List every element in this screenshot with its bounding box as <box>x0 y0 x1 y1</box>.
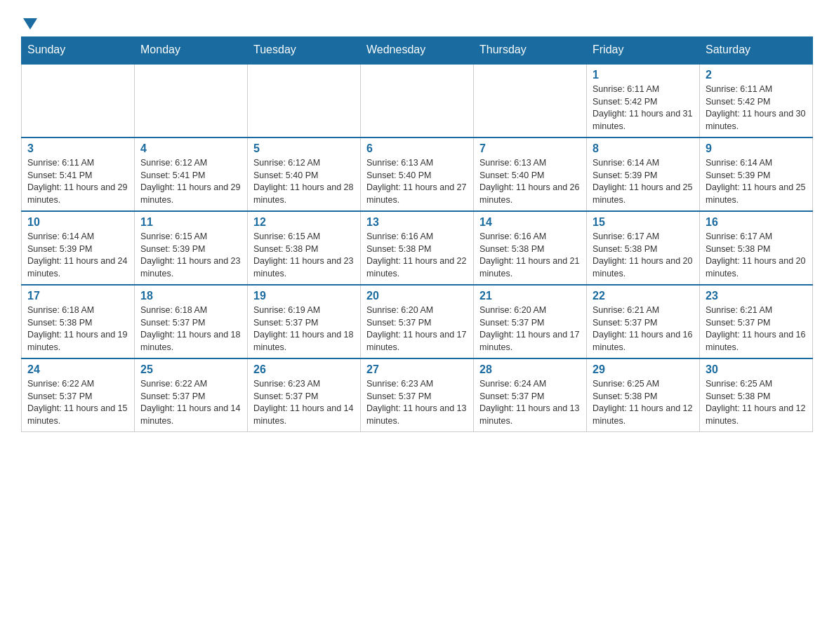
day-number: 18 <box>140 290 241 302</box>
day-number: 28 <box>479 363 581 376</box>
calendar-week-5: 24Sunrise: 6:22 AMSunset: 5:37 PMDayligh… <box>22 358 813 432</box>
day-number: 15 <box>593 216 694 229</box>
calendar-cell: 2Sunrise: 6:11 AMSunset: 5:42 PMDaylight… <box>700 64 813 137</box>
calendar-cell <box>361 64 474 137</box>
day-info: Sunrise: 6:12 AMSunset: 5:41 PMDaylight:… <box>140 157 241 206</box>
calendar-cell: 26Sunrise: 6:23 AMSunset: 5:37 PMDayligh… <box>248 358 361 432</box>
day-number: 24 <box>27 363 128 376</box>
logo-general-text <box>21 14 37 29</box>
calendar-cell: 1Sunrise: 6:11 AMSunset: 5:42 PMDaylight… <box>587 64 700 137</box>
calendar-week-3: 10Sunrise: 6:14 AMSunset: 5:39 PMDayligh… <box>22 211 813 285</box>
day-info: Sunrise: 6:16 AMSunset: 5:38 PMDaylight:… <box>479 231 581 280</box>
calendar-week-1: 1Sunrise: 6:11 AMSunset: 5:42 PMDaylight… <box>22 64 813 137</box>
day-number: 26 <box>253 363 355 376</box>
day-info: Sunrise: 6:11 AMSunset: 5:42 PMDaylight:… <box>593 83 694 133</box>
day-info: Sunrise: 6:18 AMSunset: 5:38 PMDaylight:… <box>27 304 128 354</box>
day-info: Sunrise: 6:13 AMSunset: 5:40 PMDaylight:… <box>479 157 581 206</box>
day-info: Sunrise: 6:25 AMSunset: 5:38 PMDaylight:… <box>593 378 694 427</box>
day-number: 9 <box>706 142 807 155</box>
day-info: Sunrise: 6:19 AMSunset: 5:37 PMDaylight:… <box>253 304 355 354</box>
calendar-cell: 23Sunrise: 6:21 AMSunset: 5:37 PMDayligh… <box>700 285 813 358</box>
calendar-cell <box>474 64 587 137</box>
day-number: 16 <box>706 216 807 229</box>
day-info: Sunrise: 6:16 AMSunset: 5:38 PMDaylight:… <box>366 231 468 280</box>
calendar-cell: 20Sunrise: 6:20 AMSunset: 5:37 PMDayligh… <box>361 285 474 358</box>
day-header-friday: Friday <box>587 36 700 64</box>
day-number: 6 <box>366 142 468 155</box>
day-number: 22 <box>593 290 694 302</box>
day-info: Sunrise: 6:17 AMSunset: 5:38 PMDaylight:… <box>706 231 807 280</box>
calendar-week-4: 17Sunrise: 6:18 AMSunset: 5:38 PMDayligh… <box>22 285 813 358</box>
calendar-cell: 13Sunrise: 6:16 AMSunset: 5:38 PMDayligh… <box>361 211 474 285</box>
day-header-wednesday: Wednesday <box>361 36 474 64</box>
calendar-table: SundayMondayTuesdayWednesdayThursdayFrid… <box>21 36 813 432</box>
logo <box>21 14 37 29</box>
logo-arrow-icon <box>23 18 37 29</box>
day-info: Sunrise: 6:22 AMSunset: 5:37 PMDaylight:… <box>140 378 241 427</box>
calendar-cell: 22Sunrise: 6:21 AMSunset: 5:37 PMDayligh… <box>587 285 700 358</box>
day-number: 5 <box>253 142 355 155</box>
day-number: 4 <box>140 142 241 155</box>
calendar-cell: 3Sunrise: 6:11 AMSunset: 5:41 PMDaylight… <box>22 137 135 211</box>
calendar-cell <box>135 64 248 137</box>
day-info: Sunrise: 6:17 AMSunset: 5:38 PMDaylight:… <box>593 231 694 280</box>
day-number: 23 <box>706 290 807 302</box>
day-header-monday: Monday <box>135 36 248 64</box>
day-info: Sunrise: 6:11 AMSunset: 5:41 PMDaylight:… <box>27 157 128 206</box>
day-number: 30 <box>706 363 807 376</box>
day-info: Sunrise: 6:14 AMSunset: 5:39 PMDaylight:… <box>593 157 694 206</box>
calendar-cell: 27Sunrise: 6:23 AMSunset: 5:37 PMDayligh… <box>361 358 474 432</box>
calendar-cell: 10Sunrise: 6:14 AMSunset: 5:39 PMDayligh… <box>22 211 135 285</box>
day-number: 8 <box>593 142 694 155</box>
day-number: 11 <box>140 216 241 229</box>
day-info: Sunrise: 6:14 AMSunset: 5:39 PMDaylight:… <box>27 231 128 280</box>
day-number: 13 <box>366 216 468 229</box>
calendar-cell: 24Sunrise: 6:22 AMSunset: 5:37 PMDayligh… <box>22 358 135 432</box>
day-number: 1 <box>593 69 694 81</box>
day-info: Sunrise: 6:24 AMSunset: 5:37 PMDaylight:… <box>479 378 581 427</box>
calendar-cell: 19Sunrise: 6:19 AMSunset: 5:37 PMDayligh… <box>248 285 361 358</box>
calendar-cell: 28Sunrise: 6:24 AMSunset: 5:37 PMDayligh… <box>474 358 587 432</box>
calendar-header-row: SundayMondayTuesdayWednesdayThursdayFrid… <box>22 36 813 64</box>
day-info: Sunrise: 6:21 AMSunset: 5:37 PMDaylight:… <box>593 304 694 354</box>
day-number: 3 <box>27 142 128 155</box>
calendar-cell: 17Sunrise: 6:18 AMSunset: 5:38 PMDayligh… <box>22 285 135 358</box>
day-info: Sunrise: 6:15 AMSunset: 5:39 PMDaylight:… <box>140 231 241 280</box>
calendar-cell: 29Sunrise: 6:25 AMSunset: 5:38 PMDayligh… <box>587 358 700 432</box>
calendar-cell: 16Sunrise: 6:17 AMSunset: 5:38 PMDayligh… <box>700 211 813 285</box>
day-info: Sunrise: 6:20 AMSunset: 5:37 PMDaylight:… <box>366 304 468 354</box>
day-info: Sunrise: 6:14 AMSunset: 5:39 PMDaylight:… <box>706 157 807 206</box>
day-number: 20 <box>366 290 468 302</box>
calendar-cell: 21Sunrise: 6:20 AMSunset: 5:37 PMDayligh… <box>474 285 587 358</box>
calendar-cell: 30Sunrise: 6:25 AMSunset: 5:38 PMDayligh… <box>700 358 813 432</box>
day-header-tuesday: Tuesday <box>248 36 361 64</box>
day-number: 12 <box>253 216 355 229</box>
calendar-cell: 8Sunrise: 6:14 AMSunset: 5:39 PMDaylight… <box>587 137 700 211</box>
calendar-cell: 7Sunrise: 6:13 AMSunset: 5:40 PMDaylight… <box>474 137 587 211</box>
day-info: Sunrise: 6:11 AMSunset: 5:42 PMDaylight:… <box>706 83 807 133</box>
calendar-cell <box>22 64 135 137</box>
day-info: Sunrise: 6:23 AMSunset: 5:37 PMDaylight:… <box>253 378 355 427</box>
day-info: Sunrise: 6:18 AMSunset: 5:37 PMDaylight:… <box>140 304 241 354</box>
day-number: 27 <box>366 363 468 376</box>
day-number: 14 <box>479 216 581 229</box>
day-number: 10 <box>27 216 128 229</box>
day-header-saturday: Saturday <box>700 36 813 64</box>
day-info: Sunrise: 6:15 AMSunset: 5:38 PMDaylight:… <box>253 231 355 280</box>
day-number: 25 <box>140 363 241 376</box>
calendar-week-2: 3Sunrise: 6:11 AMSunset: 5:41 PMDaylight… <box>22 137 813 211</box>
day-info: Sunrise: 6:23 AMSunset: 5:37 PMDaylight:… <box>366 378 468 427</box>
day-header-thursday: Thursday <box>474 36 587 64</box>
page-header <box>21 14 813 29</box>
day-header-sunday: Sunday <box>22 36 135 64</box>
calendar-cell: 15Sunrise: 6:17 AMSunset: 5:38 PMDayligh… <box>587 211 700 285</box>
day-info: Sunrise: 6:12 AMSunset: 5:40 PMDaylight:… <box>253 157 355 206</box>
day-info: Sunrise: 6:21 AMSunset: 5:37 PMDaylight:… <box>706 304 807 354</box>
day-number: 17 <box>27 290 128 302</box>
day-info: Sunrise: 6:25 AMSunset: 5:38 PMDaylight:… <box>706 378 807 427</box>
day-number: 21 <box>479 290 581 302</box>
calendar-cell: 6Sunrise: 6:13 AMSunset: 5:40 PMDaylight… <box>361 137 474 211</box>
calendar-cell: 5Sunrise: 6:12 AMSunset: 5:40 PMDaylight… <box>248 137 361 211</box>
calendar-cell: 18Sunrise: 6:18 AMSunset: 5:37 PMDayligh… <box>135 285 248 358</box>
calendar-cell: 9Sunrise: 6:14 AMSunset: 5:39 PMDaylight… <box>700 137 813 211</box>
